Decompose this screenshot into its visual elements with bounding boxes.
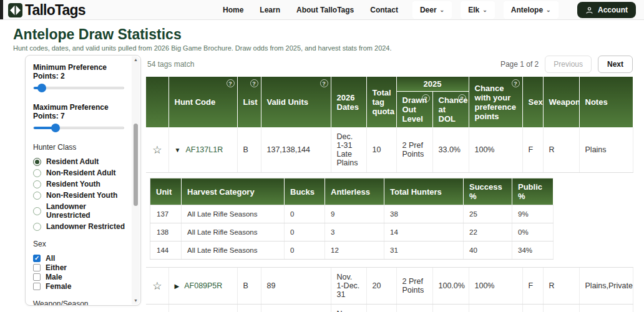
previous-page-button[interactable]: Previous (545, 56, 592, 73)
sidebar-scrollbar[interactable]: ▲ ▼ (132, 56, 140, 305)
favorite-star-icon[interactable]: ☆ (152, 145, 162, 155)
table-row: ☆ AF089P5R B 89 Nov. 1-Dec. 31 20 2 Pref… (146, 268, 633, 305)
nav-learn[interactable]: Learn (254, 6, 286, 14)
max-pref-slider-thumb[interactable] (51, 124, 60, 132)
checkbox-sex-either[interactable]: Either (33, 263, 128, 272)
dates-value: Dec. 1-31 Late Plains (331, 127, 366, 173)
radio-resident-youth[interactable]: Resident Youth (33, 180, 128, 188)
checkbox-icon[interactable] (33, 264, 41, 271)
radio-icon[interactable] (33, 223, 41, 231)
radio-label: Landowner Restricted (46, 222, 125, 231)
quota-value: 20 (366, 268, 396, 305)
filters-panel: Minimum Preference Points: 2 Maximum Pre… (25, 55, 141, 306)
draw-statistics-table: Hunt Code? List? Valid Units? 2026 Dates… (146, 77, 633, 312)
nav-home[interactable]: Home (217, 6, 249, 14)
notes-value: Plains,Private Lan... (579, 268, 633, 305)
scrollbar-thumb[interactable] (134, 124, 138, 206)
expand-toggle-icon[interactable] (175, 147, 181, 154)
chance-dol-value: 100.0% (432, 268, 469, 305)
dates-value: Nov. 1-Dec. 31 (331, 305, 366, 312)
radio-resident-adult[interactable]: Resident Adult (33, 157, 128, 166)
checkbox-icon[interactable] (33, 283, 41, 290)
help-icon[interactable]: ? (320, 79, 328, 87)
next-page-button[interactable]: Next (598, 56, 633, 73)
col-group-2025: 2025 (396, 77, 469, 92)
drawn-out-value: 2 Pref Points (396, 268, 432, 305)
harvest-row: 138 All Late Rifle Seasons 0 3 14 22 0% (150, 223, 554, 241)
radio-landowner-restricted[interactable]: Landowner Restricted (33, 222, 128, 231)
nav-about[interactable]: About TalloTags (291, 6, 359, 14)
expand-toggle-icon[interactable] (175, 283, 180, 290)
tags-match-count: 54 tags match (147, 60, 194, 69)
checkbox-icon[interactable] (33, 255, 41, 262)
help-icon[interactable]: ? (227, 79, 235, 87)
radio-landowner-unrestricted[interactable]: Landowner Unrestricted (33, 202, 128, 220)
min-pref-points-slider[interactable] (33, 87, 124, 89)
top-navigation-bar: TalloTags Home Learn About TalloTags Con… (0, 0, 644, 20)
notes-value: Plains (579, 127, 633, 173)
radio-icon[interactable] (33, 207, 41, 215)
radio-non-resident-youth[interactable]: Non-Resident Youth (33, 191, 128, 200)
col-weapon: Weapon (543, 77, 579, 127)
min-pref-points-label: Minimum Preference Points: 2 (33, 63, 128, 80)
harvest-col-antlerless: Antlerless (325, 178, 384, 205)
valid-units-value: 89 (261, 268, 331, 305)
chance-dol-value: 100.0% (432, 305, 469, 312)
hunt-code[interactable]: AF137L1R (185, 145, 223, 154)
help-icon[interactable]: ? (512, 79, 520, 87)
weapon-value: R (543, 305, 579, 312)
nav-contact[interactable]: Contact (364, 6, 404, 14)
help-icon[interactable]: ? (458, 94, 466, 102)
chevron-down-icon: ⌄ (482, 9, 487, 11)
list-value: B (237, 305, 261, 312)
harvest-col-public: Public % (512, 178, 554, 205)
radio-icon[interactable] (33, 158, 41, 166)
weapon-value: R (543, 268, 579, 305)
col-chance-with-pref-points: Chance with your preference points? (469, 77, 522, 127)
help-icon[interactable]: ? (250, 79, 258, 87)
checkbox-sex-female[interactable]: Female (33, 282, 128, 291)
quota-value: 10 (366, 305, 396, 312)
checkbox-label: Male (46, 273, 62, 281)
radio-label: Resident Adult (46, 157, 99, 166)
chevron-down-icon: ⌄ (440, 9, 445, 11)
hunter-class-label: Hunter Class (33, 143, 128, 152)
menu-elk[interactable]: Elk ⌄ (461, 1, 495, 19)
checkbox-label: Female (46, 282, 71, 291)
checkbox-sex-all[interactable]: All (33, 254, 128, 263)
account-label: Account (598, 6, 628, 14)
notes-value: Plains,Private Lan... (579, 305, 633, 312)
chance-pref-value: 100% (469, 268, 522, 305)
scroll-down-icon[interactable]: ▼ (132, 297, 140, 305)
brand[interactable]: TalloTags (8, 2, 85, 19)
col-drawn-out-level: Drawn Out Level? (396, 92, 432, 128)
chance-pref-value: 100% (469, 127, 522, 173)
chance-pref-value: 100% (469, 305, 522, 312)
harvest-col-bucks: Bucks (285, 178, 325, 205)
checkbox-sex-male[interactable]: Male (33, 273, 128, 281)
checkbox-icon[interactable] (33, 273, 41, 281)
favorite-star-icon[interactable]: ☆ (152, 281, 162, 291)
radio-label: Non-Resident Adult (46, 168, 116, 177)
radio-icon[interactable] (33, 192, 41, 200)
max-pref-points-slider[interactable] (33, 127, 124, 129)
radio-icon[interactable] (33, 180, 41, 188)
help-icon[interactable]: ? (422, 94, 430, 102)
menu-antelope[interactable]: Antelope ⌄ (504, 1, 559, 19)
app-window: TalloTags Home Learn About TalloTags Con… (0, 0, 644, 312)
hunt-code[interactable]: AF089P5R (184, 281, 222, 290)
radio-label: Non-Resident Youth (46, 191, 117, 200)
radio-icon[interactable] (33, 169, 41, 177)
weapon-season-label: Weapon/Season (33, 300, 128, 306)
harvest-col-category: Harvest Category (182, 178, 285, 205)
menu-deer[interactable]: Deer ⌄ (412, 1, 452, 19)
account-button[interactable]: Account (577, 2, 636, 18)
radio-non-resident-adult[interactable]: Non-Resident Adult (33, 168, 128, 177)
checkbox-label: All (46, 254, 55, 263)
sex-value: F (522, 127, 543, 173)
main-nav: Home Learn About TalloTags Contact Deer … (217, 0, 559, 20)
min-pref-slider-thumb[interactable] (37, 84, 46, 92)
col-valid-units: Valid Units? (261, 77, 331, 127)
table-row: ☆ AF137L1R B 137,138,144 Dec. 1-31 Late … (146, 127, 633, 173)
scroll-up-icon[interactable]: ▲ (132, 56, 140, 64)
